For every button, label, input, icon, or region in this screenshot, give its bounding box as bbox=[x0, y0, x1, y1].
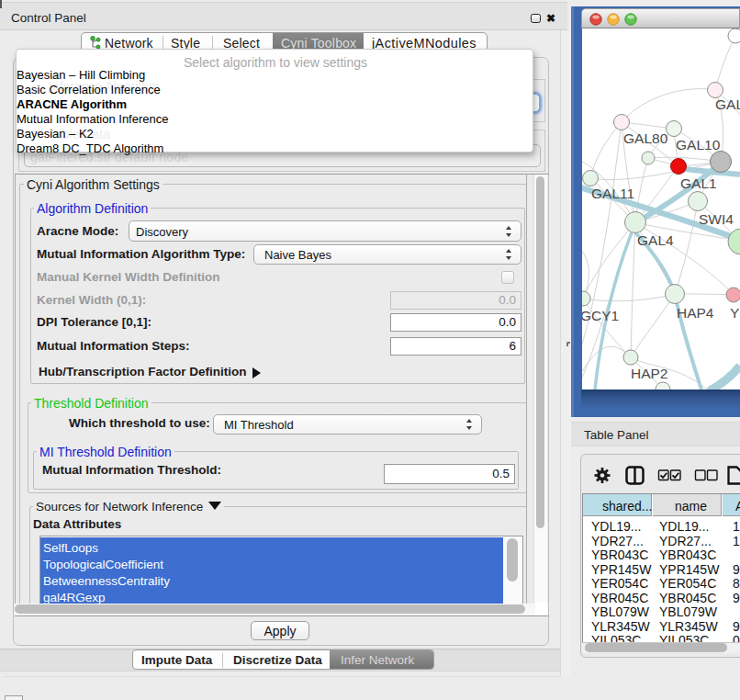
svg-text:GCY1: GCY1 bbox=[582, 308, 619, 323]
svg-text:HAP4: HAP4 bbox=[677, 305, 714, 321]
svg-text:GAL: GAL bbox=[715, 96, 740, 112]
svg-text:GAL11: GAL11 bbox=[591, 186, 634, 201]
svg-text:GAL10: GAL10 bbox=[676, 137, 721, 152]
svg-text:HAP2: HAP2 bbox=[631, 366, 668, 381]
svg-text:SWI4: SWI4 bbox=[699, 211, 734, 227]
svg-text:GAL4: GAL4 bbox=[637, 232, 674, 248]
svg-text:Y: Y bbox=[730, 305, 739, 321]
svg-text:GAL1: GAL1 bbox=[680, 175, 717, 191]
svg-text:GAL80: GAL80 bbox=[623, 130, 668, 146]
